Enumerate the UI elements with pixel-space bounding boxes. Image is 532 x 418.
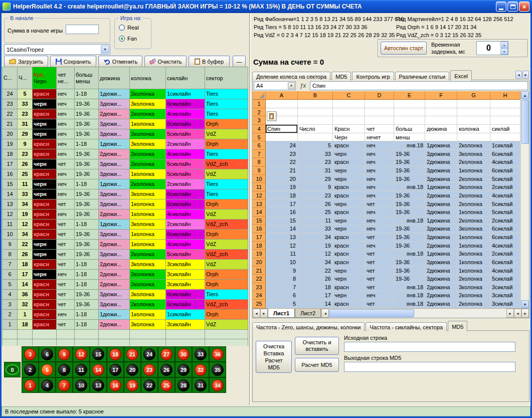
cell-D11[interactable]: неч <box>365 183 394 191</box>
cell-F12[interactable]: 2дюжина <box>425 191 457 200</box>
cell-D9[interactable]: неч <box>365 166 394 175</box>
excel-row-16[interactable]: 16 <box>253 225 266 233</box>
cell-H9[interactable]: 6сиклай <box>490 166 520 175</box>
cell-D24[interactable]: неч <box>365 291 394 300</box>
cell-A13[interactable]: 17 <box>266 200 298 208</box>
md5-calc-button[interactable]: Расчет MD5 <box>295 358 339 372</box>
cell-G20[interactable]: 1колонка <box>457 258 490 267</box>
close-button[interactable]: × <box>519 2 529 12</box>
cell-F15[interactable]: 1дюжина <box>425 217 457 225</box>
excel-row-14[interactable]: 14 <box>253 208 266 217</box>
horizontal-scroll-thumb[interactable] <box>329 309 414 317</box>
excel-row-1[interactable]: 1 <box>253 100 266 108</box>
cell-E10[interactable]: 19-36 <box>394 175 425 183</box>
cell-G23[interactable]: 3колонка <box>457 283 490 292</box>
board-cell-31[interactable]: 31 <box>192 377 209 393</box>
cell-H21[interactable]: 4сиклай <box>490 267 520 275</box>
cell-D10[interactable]: неч <box>365 175 394 183</box>
cell-E11[interactable]: янв.18 <box>394 183 425 191</box>
cell-D7[interactable]: неч <box>365 150 394 158</box>
cell-F11[interactable]: 1дюжина <box>425 183 457 191</box>
cell-D13[interactable]: чет <box>365 200 394 208</box>
cell-G9[interactable]: 1колонка <box>457 166 490 175</box>
maximize-button[interactable] <box>507 2 518 12</box>
cell-F16[interactable]: 3дюжина <box>425 225 457 233</box>
scroll-down-icon[interactable]: ▼ <box>521 300 529 308</box>
cell-H7[interactable]: 6сиклай <box>490 150 520 158</box>
cell-E7[interactable]: 19-36 <box>394 150 425 158</box>
cell-A23[interactable]: 7 <box>266 283 298 292</box>
excel-row-22[interactable]: 22 <box>253 275 266 283</box>
excel-row-10[interactable]: 10 <box>253 175 266 183</box>
formula-field[interactable]: Спин <box>310 81 528 90</box>
cell-F9[interactable]: 3дюжина <box>425 166 457 175</box>
cell-F7[interactable]: 3дюжина <box>425 150 457 158</box>
board-cell-15[interactable]: 15 <box>90 346 107 362</box>
cell-B17[interactable]: 34 <box>298 233 333 242</box>
cell-F14[interactable]: 3дюжина <box>425 208 457 217</box>
sheet-nav-left-icon[interactable]: ◄ <box>253 309 260 318</box>
clear-button[interactable]: Очистить <box>144 56 187 67</box>
cell-B24[interactable]: 17 <box>298 291 333 300</box>
board-cell-13[interactable]: 13 <box>90 377 107 393</box>
cell-H22[interactable]: 5сиклай <box>490 275 520 283</box>
cell-H23[interactable]: 3сиклай <box>490 283 520 292</box>
excel-row-8[interactable]: 8 <box>253 158 266 166</box>
cell-B21[interactable]: 22 <box>298 267 333 275</box>
cell-H17[interactable]: 6сиклай <box>490 233 520 242</box>
cell-E18[interactable]: 19-36 <box>394 242 425 250</box>
board-cell-6[interactable]: 6 <box>39 346 56 362</box>
cell-C24[interactable]: черн <box>333 291 365 300</box>
cell-B10[interactable]: 29 <box>298 175 333 183</box>
sheet-tab-Лист2[interactable]: Лист2 <box>295 309 321 318</box>
cell-E23[interactable]: янв.18 <box>394 283 425 292</box>
cell-G13[interactable]: 2колонка <box>457 200 490 208</box>
cell-H5[interactable] <box>490 133 520 142</box>
buffer-button[interactable]: В буфер <box>189 56 230 67</box>
cell-B3[interactable] <box>298 116 333 125</box>
board-cell-0[interactable]: 0 <box>4 362 21 377</box>
cell-D8[interactable]: неч <box>365 158 394 166</box>
cell-H3[interactable] <box>490 116 520 125</box>
cell-G8[interactable]: 2колонка <box>457 158 490 166</box>
cell-F24[interactable]: 2дюжина <box>425 291 457 300</box>
excel-row-21[interactable]: 21 <box>253 267 266 275</box>
board-cell-33[interactable]: 33 <box>192 346 209 362</box>
spin-down-icon[interactable]: ▼ <box>500 48 508 55</box>
cell-E6[interactable]: янв.18 <box>394 141 425 150</box>
cell-H12[interactable]: 4сиклай <box>490 191 520 200</box>
delay-spinbox[interactable]: 0 ▲ ▼ <box>476 41 508 55</box>
cell-A18[interactable]: 12 <box>266 242 298 250</box>
cell-C22[interactable]: черн <box>333 275 365 283</box>
cell-C7[interactable]: черн <box>333 150 365 158</box>
cell-C23[interactable]: красн <box>333 283 365 292</box>
excel-col-C[interactable]: C <box>333 91 365 100</box>
cell-E20[interactable]: 19-36 <box>394 258 425 267</box>
cell-D3[interactable] <box>365 116 394 125</box>
cell-A24[interactable]: 6 <box>266 291 298 300</box>
board-cell-11[interactable]: 11 <box>73 362 90 377</box>
board-cell-1[interactable]: 1 <box>22 377 39 393</box>
cell-F4[interactable]: дюжина <box>425 125 457 133</box>
cell-G1[interactable] <box>457 100 490 108</box>
board-cell-30[interactable]: 30 <box>175 346 192 362</box>
undo-button[interactable]: Отменить <box>98 56 142 67</box>
radio-fan[interactable]: Fan <box>119 36 137 42</box>
cell-E2[interactable] <box>394 108 425 117</box>
cell-G12[interactable]: 2колонка <box>457 191 490 200</box>
cell-B23[interactable]: 18 <box>298 283 333 292</box>
cell-D18[interactable]: неч <box>365 242 394 250</box>
cell-B20[interactable]: 34 <box>298 258 333 267</box>
board-cell-36[interactable]: 36 <box>209 346 226 362</box>
excel-col-A[interactable]: A <box>266 91 298 100</box>
cell-F6[interactable]: 1дюжина <box>425 141 457 150</box>
board-cell-28[interactable]: 28 <box>175 377 192 393</box>
board-cell-4[interactable]: 4 <box>39 377 56 393</box>
md5-input-field[interactable] <box>344 342 515 352</box>
excel-row-3[interactable]: 3 <box>253 116 266 125</box>
cell-F1[interactable] <box>425 100 457 108</box>
cell-G5[interactable] <box>457 133 490 142</box>
cell-C25[interactable]: красн <box>333 300 365 308</box>
cell-H15[interactable]: 2сиклай <box>490 217 520 225</box>
board-cell-14[interactable]: 14 <box>90 362 107 377</box>
